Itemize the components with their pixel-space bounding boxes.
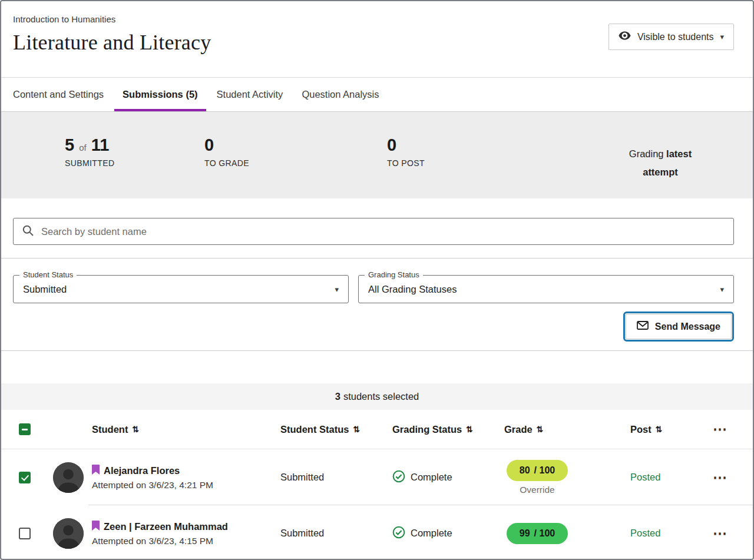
filter-section: Student Status Submitted ▾ Grading Statu… [1,259,753,351]
submitted-total: 11 [91,135,110,154]
stat-to-grade: 0 TO GRADE [204,137,249,168]
table-row: Zeen | Farzeen Muhammad Attempted on 3/6… [1,505,753,560]
student-cell: Alejandra Flores Attempted on 3/6/23, 4:… [90,465,276,491]
selection-summary-bar: 3 students selected [1,383,753,410]
filter-row: Student Status Submitted ▾ Grading Statu… [13,275,734,303]
row-checkbox[interactable] [19,472,31,483]
chevron-down-icon: ▾ [335,286,339,293]
selected-count: 3 [335,391,340,402]
grading-status-label: Grading Status [365,270,423,279]
search-section [1,198,753,259]
grade-pill[interactable]: 99 / 100 [507,523,568,544]
attempt-timestamp: Attempted on 3/6/23, 4:15 PM [92,536,276,546]
submitted-count: 5 [65,135,74,154]
tab-student-activity[interactable]: Student Activity [217,78,283,111]
eye-icon [619,31,631,42]
stat-to-post: 0 TO POST [387,137,425,168]
to-post-label: TO POST [387,158,425,168]
search-icon [22,225,34,238]
column-header-student[interactable]: Student ⇅ [90,424,276,435]
grading-status-select[interactable]: Grading Status All Grading Statuses ▾ [358,275,734,303]
column-header-student-status[interactable]: Student Status ⇅ [276,424,388,435]
column-header-grade[interactable]: Grade ⇅ [500,424,623,435]
sort-icon: ⇅ [466,425,473,434]
student-status-value: Submitted [276,528,388,539]
chevron-down-icon: ▾ [720,33,724,41]
submitted-of-label: of [79,143,87,153]
post-status[interactable]: Posted [623,528,712,539]
sort-icon: ⇅ [132,425,139,434]
visibility-label: Visible to students [637,32,714,42]
grading-status-cell: Complete [388,526,500,541]
tab-question-analysis[interactable]: Question Analysis [302,78,379,111]
student-status-label: Student Status [19,270,77,279]
grading-status-value: Complete [411,528,452,539]
header-titles: Introduction to Humanities Literature an… [13,14,211,55]
student-name[interactable]: Alejandra Flores [104,465,180,476]
sort-icon: ⇅ [353,425,360,434]
stats-band: 5 of 11 SUBMITTED 0 TO GRADE 0 TO POST G… [1,112,753,198]
page-header: Introduction to Humanities Literature an… [1,1,753,78]
to-grade-count: 0 [204,137,249,154]
to-post-count: 0 [387,137,425,154]
post-status[interactable]: Posted [623,472,712,483]
accommodation-flag-icon [92,521,100,533]
sort-icon: ⇅ [537,425,544,434]
complete-check-icon [392,470,405,485]
student-status-select[interactable]: Student Status Submitted ▾ [13,275,349,303]
send-message-button[interactable]: Send Message [626,314,732,339]
send-message-row: Send Message [13,314,734,339]
page-title: Literature and Literacy [13,30,211,55]
student-status-value: Submitted [23,284,67,295]
grading-status-cell: Complete [388,470,500,485]
accommodation-flag-icon [92,465,100,477]
visibility-dropdown-button[interactable]: Visible to students ▾ [609,24,734,50]
envelope-icon [637,321,649,332]
avatar [53,518,84,549]
grade-pill[interactable]: 80 / 100 [507,460,568,481]
complete-check-icon [392,526,405,541]
attempt-timestamp: Attempted on 3/6/23, 4:21 PM [92,480,276,491]
grading-status-value: All Grading Statuses [368,284,457,295]
sort-icon: ⇅ [656,425,663,434]
select-all-checkbox[interactable] [19,423,31,435]
to-grade-label: TO GRADE [204,158,249,168]
selected-suffix: students selected [343,391,419,402]
grade-cell: 80 / 100 Override [507,460,568,495]
grading-status-value: Complete [411,472,452,483]
assessment-submissions-page: Introduction to Humanities Literature an… [0,0,754,560]
breadcrumb: Introduction to Humanities [13,14,211,24]
stat-submitted: 5 of 11 SUBMITTED [65,137,115,168]
column-header-post[interactable]: Post ⇅ [623,424,712,435]
grading-mode-text: Grading latest attempt [616,145,705,181]
search-input[interactable] [41,226,725,237]
submitted-label: SUBMITTED [65,158,115,168]
tab-content-and-settings[interactable]: Content and Settings [13,78,104,111]
tab-submissions[interactable]: Submissions (5) [114,78,206,111]
student-status-value: Submitted [276,472,388,483]
student-name[interactable]: Zeen | Farzeen Muhammad [104,521,228,532]
row-checkbox[interactable] [19,528,31,539]
table-row: Alejandra Flores Attempted on 3/6/23, 4:… [1,449,753,505]
tab-bar: Content and Settings Submissions (5) Stu… [1,78,753,112]
table-header-row: Student ⇅ Student Status ⇅ Grading Statu… [1,410,753,449]
student-cell: Zeen | Farzeen Muhammad Attempted on 3/6… [90,521,276,546]
override-label: Override [520,485,554,495]
search-box [13,218,734,245]
avatar [53,462,84,493]
column-header-grading-status[interactable]: Grading Status ⇅ [388,424,500,435]
grading-prefix: Grading [629,148,664,159]
chevron-down-icon: ▾ [720,286,724,293]
grade-cell: 99 / 100 [507,523,568,544]
send-message-label: Send Message [655,322,720,332]
